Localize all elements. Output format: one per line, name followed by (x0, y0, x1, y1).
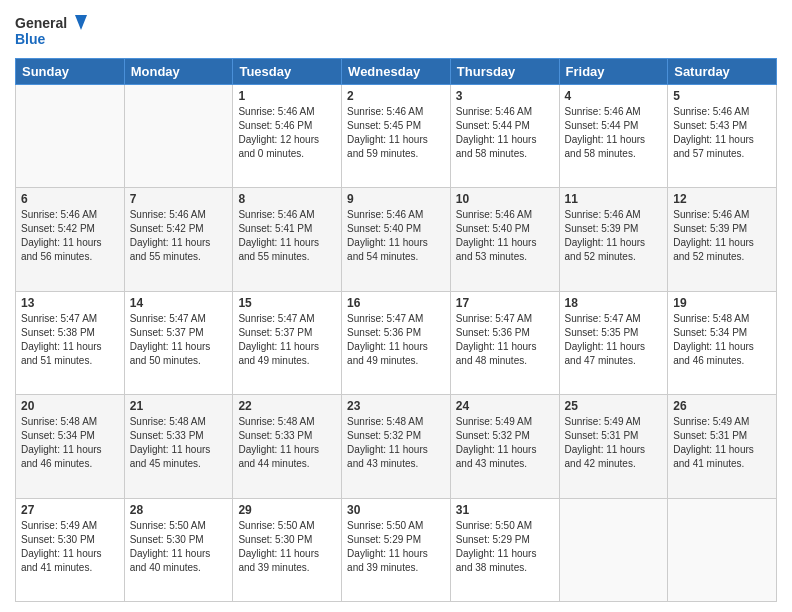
day-info: Sunrise: 5:47 AMSunset: 5:36 PMDaylight:… (347, 312, 445, 368)
day-number: 24 (456, 399, 554, 413)
day-number: 20 (21, 399, 119, 413)
weekday-header-monday: Monday (124, 59, 233, 85)
weekday-header-thursday: Thursday (450, 59, 559, 85)
day-number: 3 (456, 89, 554, 103)
day-info: Sunrise: 5:49 AMSunset: 5:30 PMDaylight:… (21, 519, 119, 575)
calendar-cell: 6Sunrise: 5:46 AMSunset: 5:42 PMDaylight… (16, 188, 125, 291)
day-info: Sunrise: 5:46 AMSunset: 5:39 PMDaylight:… (565, 208, 663, 264)
page: GeneralBlue SundayMondayTuesdayWednesday… (0, 0, 792, 612)
day-info: Sunrise: 5:50 AMSunset: 5:30 PMDaylight:… (238, 519, 336, 575)
calendar-cell: 29Sunrise: 5:50 AMSunset: 5:30 PMDayligh… (233, 498, 342, 601)
day-number: 27 (21, 503, 119, 517)
calendar-cell: 13Sunrise: 5:47 AMSunset: 5:38 PMDayligh… (16, 291, 125, 394)
day-number: 26 (673, 399, 771, 413)
calendar-cell (559, 498, 668, 601)
day-number: 28 (130, 503, 228, 517)
day-number: 18 (565, 296, 663, 310)
day-info: Sunrise: 5:50 AMSunset: 5:30 PMDaylight:… (130, 519, 228, 575)
day-number: 17 (456, 296, 554, 310)
day-number: 11 (565, 192, 663, 206)
day-info: Sunrise: 5:46 AMSunset: 5:44 PMDaylight:… (565, 105, 663, 161)
day-info: Sunrise: 5:46 AMSunset: 5:45 PMDaylight:… (347, 105, 445, 161)
calendar-cell (124, 85, 233, 188)
week-row-2: 6Sunrise: 5:46 AMSunset: 5:42 PMDaylight… (16, 188, 777, 291)
calendar-cell: 25Sunrise: 5:49 AMSunset: 5:31 PMDayligh… (559, 395, 668, 498)
day-number: 29 (238, 503, 336, 517)
svg-text:Blue: Blue (15, 31, 46, 47)
day-info: Sunrise: 5:46 AMSunset: 5:40 PMDaylight:… (347, 208, 445, 264)
day-number: 7 (130, 192, 228, 206)
day-info: Sunrise: 5:48 AMSunset: 5:34 PMDaylight:… (673, 312, 771, 368)
calendar-cell: 9Sunrise: 5:46 AMSunset: 5:40 PMDaylight… (342, 188, 451, 291)
day-number: 31 (456, 503, 554, 517)
day-info: Sunrise: 5:48 AMSunset: 5:33 PMDaylight:… (130, 415, 228, 471)
day-number: 14 (130, 296, 228, 310)
weekday-header-sunday: Sunday (16, 59, 125, 85)
calendar-cell: 24Sunrise: 5:49 AMSunset: 5:32 PMDayligh… (450, 395, 559, 498)
day-info: Sunrise: 5:50 AMSunset: 5:29 PMDaylight:… (347, 519, 445, 575)
day-info: Sunrise: 5:49 AMSunset: 5:32 PMDaylight:… (456, 415, 554, 471)
day-number: 23 (347, 399, 445, 413)
week-row-4: 20Sunrise: 5:48 AMSunset: 5:34 PMDayligh… (16, 395, 777, 498)
calendar-cell: 26Sunrise: 5:49 AMSunset: 5:31 PMDayligh… (668, 395, 777, 498)
day-info: Sunrise: 5:47 AMSunset: 5:37 PMDaylight:… (238, 312, 336, 368)
calendar-cell: 16Sunrise: 5:47 AMSunset: 5:36 PMDayligh… (342, 291, 451, 394)
day-number: 15 (238, 296, 336, 310)
day-info: Sunrise: 5:46 AMSunset: 5:40 PMDaylight:… (456, 208, 554, 264)
calendar-cell: 18Sunrise: 5:47 AMSunset: 5:35 PMDayligh… (559, 291, 668, 394)
calendar-cell: 27Sunrise: 5:49 AMSunset: 5:30 PMDayligh… (16, 498, 125, 601)
day-number: 1 (238, 89, 336, 103)
day-number: 9 (347, 192, 445, 206)
calendar-cell: 8Sunrise: 5:46 AMSunset: 5:41 PMDaylight… (233, 188, 342, 291)
day-number: 21 (130, 399, 228, 413)
day-info: Sunrise: 5:46 AMSunset: 5:39 PMDaylight:… (673, 208, 771, 264)
day-info: Sunrise: 5:47 AMSunset: 5:36 PMDaylight:… (456, 312, 554, 368)
header: GeneralBlue (15, 10, 777, 50)
logo-icon: GeneralBlue (15, 10, 95, 50)
calendar-cell (668, 498, 777, 601)
day-info: Sunrise: 5:46 AMSunset: 5:46 PMDaylight:… (238, 105, 336, 161)
calendar-cell: 23Sunrise: 5:48 AMSunset: 5:32 PMDayligh… (342, 395, 451, 498)
day-number: 30 (347, 503, 445, 517)
calendar-cell: 12Sunrise: 5:46 AMSunset: 5:39 PMDayligh… (668, 188, 777, 291)
day-number: 22 (238, 399, 336, 413)
calendar-cell: 15Sunrise: 5:47 AMSunset: 5:37 PMDayligh… (233, 291, 342, 394)
calendar-cell: 30Sunrise: 5:50 AMSunset: 5:29 PMDayligh… (342, 498, 451, 601)
day-number: 13 (21, 296, 119, 310)
calendar-cell: 7Sunrise: 5:46 AMSunset: 5:42 PMDaylight… (124, 188, 233, 291)
day-info: Sunrise: 5:47 AMSunset: 5:37 PMDaylight:… (130, 312, 228, 368)
day-info: Sunrise: 5:48 AMSunset: 5:32 PMDaylight:… (347, 415, 445, 471)
day-info: Sunrise: 5:46 AMSunset: 5:42 PMDaylight:… (130, 208, 228, 264)
day-number: 25 (565, 399, 663, 413)
week-row-3: 13Sunrise: 5:47 AMSunset: 5:38 PMDayligh… (16, 291, 777, 394)
weekday-header-row: SundayMondayTuesdayWednesdayThursdayFrid… (16, 59, 777, 85)
logo: GeneralBlue (15, 10, 95, 50)
calendar-cell (16, 85, 125, 188)
day-number: 6 (21, 192, 119, 206)
calendar-cell: 22Sunrise: 5:48 AMSunset: 5:33 PMDayligh… (233, 395, 342, 498)
day-info: Sunrise: 5:49 AMSunset: 5:31 PMDaylight:… (673, 415, 771, 471)
calendar-cell: 21Sunrise: 5:48 AMSunset: 5:33 PMDayligh… (124, 395, 233, 498)
calendar-cell: 19Sunrise: 5:48 AMSunset: 5:34 PMDayligh… (668, 291, 777, 394)
day-number: 19 (673, 296, 771, 310)
calendar-cell: 3Sunrise: 5:46 AMSunset: 5:44 PMDaylight… (450, 85, 559, 188)
day-info: Sunrise: 5:46 AMSunset: 5:43 PMDaylight:… (673, 105, 771, 161)
weekday-header-tuesday: Tuesday (233, 59, 342, 85)
day-number: 8 (238, 192, 336, 206)
day-info: Sunrise: 5:48 AMSunset: 5:33 PMDaylight:… (238, 415, 336, 471)
weekday-header-wednesday: Wednesday (342, 59, 451, 85)
calendar-cell: 2Sunrise: 5:46 AMSunset: 5:45 PMDaylight… (342, 85, 451, 188)
day-info: Sunrise: 5:46 AMSunset: 5:41 PMDaylight:… (238, 208, 336, 264)
weekday-header-saturday: Saturday (668, 59, 777, 85)
calendar-cell: 1Sunrise: 5:46 AMSunset: 5:46 PMDaylight… (233, 85, 342, 188)
day-number: 2 (347, 89, 445, 103)
calendar-cell: 28Sunrise: 5:50 AMSunset: 5:30 PMDayligh… (124, 498, 233, 601)
calendar-cell: 14Sunrise: 5:47 AMSunset: 5:37 PMDayligh… (124, 291, 233, 394)
day-info: Sunrise: 5:47 AMSunset: 5:35 PMDaylight:… (565, 312, 663, 368)
day-info: Sunrise: 5:50 AMSunset: 5:29 PMDaylight:… (456, 519, 554, 575)
weekday-header-friday: Friday (559, 59, 668, 85)
day-number: 5 (673, 89, 771, 103)
calendar-cell: 5Sunrise: 5:46 AMSunset: 5:43 PMDaylight… (668, 85, 777, 188)
day-number: 10 (456, 192, 554, 206)
week-row-1: 1Sunrise: 5:46 AMSunset: 5:46 PMDaylight… (16, 85, 777, 188)
